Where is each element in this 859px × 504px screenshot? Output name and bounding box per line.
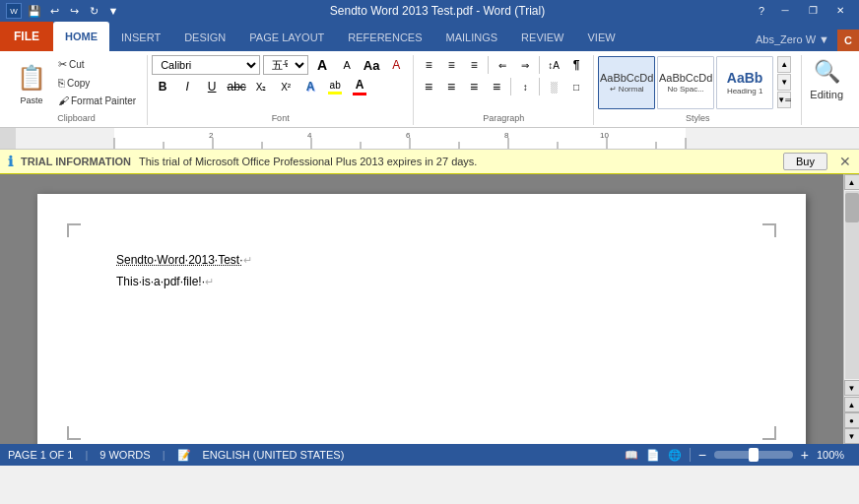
font-family-selector[interactable]: Calibri [152, 55, 260, 75]
style-no-spacing-name: No Spac... [667, 85, 703, 94]
trial-close-btn[interactable]: ✕ [839, 154, 851, 169]
font-shrink-btn[interactable]: A [336, 55, 358, 75]
font-color-bar [353, 93, 366, 95]
superscript-btn[interactable]: X² [275, 77, 297, 96]
font-color-btn[interactable]: A [349, 77, 370, 96]
zoom-in-icon[interactable]: + [801, 447, 809, 463]
status-divider [690, 448, 691, 462]
status-bar: PAGE 1 OF 1 | 9 WORDS | 📝 ENGLISH (UNITE… [0, 444, 859, 466]
print-layout-icon[interactable]: 📄 [646, 449, 660, 462]
tab-references[interactable]: REFERENCES [336, 24, 433, 51]
change-case-btn[interactable]: Aa [361, 55, 382, 75]
tab-insert[interactable]: INSERT [109, 24, 172, 51]
clear-format-btn[interactable]: A [385, 55, 407, 75]
customize-quick-btn[interactable]: ▼ [104, 2, 122, 20]
scroll-up-btn[interactable]: ▲ [844, 174, 860, 190]
prev-page-btn[interactable]: ▲ [844, 397, 860, 412]
justify-btn[interactable]: ≡ [486, 77, 507, 96]
buy-button[interactable]: Buy [783, 153, 827, 170]
format-painter-icon: 🖌 [58, 94, 69, 106]
tab-page-layout[interactable]: PAGE LAYOUT [237, 24, 336, 51]
ribbon-group-paragraph: ≡ ≡ ≡ ⇐ ⇒ ↕A ¶ ≡ ≡ ≡ ≡ ↕ ░ □ P [414, 55, 594, 125]
ribbon-group-editing: 🔍 Editing [802, 55, 853, 125]
next-page-btn[interactable]: ▼ [844, 428, 860, 444]
close-btn[interactable]: ✕ [827, 2, 853, 18]
line-spacing-btn[interactable]: ↕ [514, 77, 536, 96]
read-mode-icon[interactable]: 📖 [625, 449, 638, 462]
document-scroll[interactable]: Sendto·Word·2013·Test·↵ This·is·a·pdf·fi… [0, 174, 843, 444]
font-grow-btn[interactable]: A [311, 55, 333, 75]
bold-btn[interactable]: B [152, 77, 173, 96]
font-row-1: Calibri 五号 A A Aa A [152, 55, 407, 75]
paragraph-mark-2: ↵ [205, 276, 214, 287]
align-right-btn[interactable]: ≡ [463, 77, 485, 96]
trial-info-icon: ℹ [8, 154, 13, 169]
style-no-spacing[interactable]: AaBbCcDd No Spac... [657, 56, 714, 109]
decrease-indent-btn[interactable]: ⇐ [492, 55, 513, 75]
sort-btn[interactable]: ↕A [543, 55, 564, 75]
copy-button[interactable]: ⎘ Copy [55, 76, 139, 90]
styles-scroll-down-btn[interactable]: ▼ [777, 74, 791, 91]
paste-button[interactable]: 📋 Paste [10, 55, 53, 109]
ruler-corner [0, 128, 16, 149]
text-effects-btn[interactable]: A [299, 77, 321, 96]
multilevel-btn[interactable]: ≡ [463, 55, 485, 75]
format-painter-button[interactable]: 🖌 Format Painter [55, 94, 139, 107]
strikethrough-btn[interactable]: abc [226, 77, 247, 96]
editing-group-content: 🔍 Editing [806, 55, 847, 104]
align-center-btn[interactable]: ≡ [440, 77, 462, 96]
svg-text:6: 6 [406, 131, 411, 140]
bullets-btn[interactable]: ≡ [418, 55, 439, 75]
style-normal[interactable]: AaBbCcDd ↵ Normal [598, 56, 655, 109]
vertical-scrollbar[interactable]: ▲ ▼ ▲ ● ▼ [843, 174, 859, 444]
font-size-selector[interactable]: 五号 [263, 55, 308, 75]
restore-btn[interactable]: ❐ [800, 2, 826, 18]
scroll-down-btn[interactable]: ▼ [844, 380, 860, 396]
scroll-thumb[interactable] [845, 193, 859, 222]
language-info[interactable]: ENGLISH (UNITED STATES) [203, 449, 345, 461]
tab-design[interactable]: DESIGN [172, 24, 237, 51]
editing-label: Editing [810, 89, 843, 100]
undo-quick-btn[interactable]: ↩ [45, 2, 63, 20]
zoom-slider-thumb[interactable] [749, 448, 759, 462]
tab-mailings[interactable]: MAILINGS [434, 24, 510, 51]
styles-scroll-up-btn[interactable]: ▲ [777, 56, 791, 73]
cut-button[interactable]: ✂ Cut [55, 57, 139, 72]
borders-btn[interactable]: □ [565, 77, 587, 96]
tab-review[interactable]: REVIEW [509, 24, 575, 51]
style-heading1[interactable]: AaBb Heading 1 [716, 56, 773, 109]
minimize-btn[interactable]: ─ [772, 2, 798, 18]
highlight-color-bar [328, 92, 342, 94]
numbering-btn[interactable]: ≡ [440, 55, 462, 75]
zoom-level[interactable]: 100% [817, 449, 851, 461]
align-left-btn[interactable]: ≡ [418, 77, 439, 96]
select-obj-btn[interactable]: ● [844, 412, 860, 428]
underline-btn[interactable]: U [201, 77, 223, 96]
help-btn[interactable]: ? [753, 2, 770, 20]
redo-quick-btn[interactable]: ↪ [65, 2, 83, 20]
styles-expand-btn[interactable]: ▼═ [777, 92, 791, 108]
increase-indent-btn[interactable]: ⇒ [514, 55, 536, 75]
tab-file[interactable]: FILE [0, 22, 53, 51]
web-layout-icon[interactable]: 🌐 [668, 449, 682, 462]
style-normal-preview: AaBbCcDd [600, 72, 653, 84]
tab-home[interactable]: HOME [53, 22, 109, 51]
zoom-out-icon[interactable]: − [698, 447, 706, 463]
shading-btn[interactable]: ░ [543, 77, 564, 96]
zoom-slider-track[interactable] [714, 451, 793, 459]
cut-icon: ✂ [58, 58, 67, 71]
user-name[interactable]: Abs_Zero W ▼ [748, 28, 837, 51]
proofing-icon[interactable]: 📝 [177, 449, 191, 462]
italic-btn[interactable]: I [176, 77, 198, 96]
repeat-quick-btn[interactable]: ↻ [85, 2, 102, 20]
status-sep-1: | [85, 449, 88, 461]
scroll-track[interactable] [845, 191, 859, 379]
text-highlight-btn[interactable]: ab [324, 77, 346, 96]
user-avatar: C [837, 30, 859, 51]
editing-button[interactable]: 🔍 Editing [810, 59, 843, 100]
tab-view[interactable]: VIEW [576, 24, 628, 51]
save-quick-btn[interactable]: 💾 [26, 2, 43, 20]
show-hide-btn[interactable]: ¶ [565, 55, 587, 75]
subscript-btn[interactable]: X₂ [250, 77, 272, 96]
document-text[interactable]: Sendto·Word·2013·Test·↵ This·is·a·pdf·fi… [116, 253, 727, 288]
